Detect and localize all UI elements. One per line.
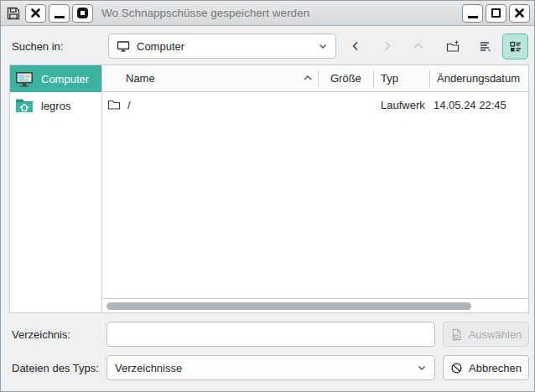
new-folder-icon	[446, 39, 460, 54]
sidebar-item-legros[interactable]: legros	[10, 92, 101, 119]
filetype-combobox-value: Verzeichnisse	[115, 362, 182, 374]
titlebar-maximize-button[interactable]	[486, 4, 506, 23]
directory-input[interactable]	[106, 322, 435, 347]
sidebar-item-label: legros	[41, 100, 70, 112]
titlebar-close-button[interactable]	[509, 4, 530, 23]
titlebar-shade-button[interactable]	[72, 4, 93, 23]
titlebar-close-left-button[interactable]	[25, 4, 46, 23]
forward-button[interactable]	[379, 38, 396, 54]
file-list-header: Name Größe Typ Änderungsdatum	[103, 65, 528, 92]
column-header-name[interactable]: Name	[126, 72, 155, 85]
maximize-icon	[491, 8, 501, 18]
close-icon	[514, 8, 525, 18]
choose-button[interactable]: Auswählen	[443, 322, 529, 347]
computer-monitor-icon	[117, 39, 130, 53]
file-name: /	[127, 99, 131, 111]
sort-ascending-icon[interactable]	[303, 74, 313, 82]
dialog-main-panel: Computer legros Name	[9, 64, 529, 313]
chevron-left-icon	[350, 40, 361, 52]
folder-icon	[107, 98, 121, 111]
titlebar[interactable]: Wo Schnappschüsse gespeichert werden	[1, 1, 534, 26]
detail-view-button[interactable]	[502, 34, 528, 59]
look-in-label: Suchen in:	[12, 40, 63, 53]
minimize-icon	[468, 16, 478, 18]
chevron-down-icon	[417, 363, 427, 373]
window-title: Wo Schnappschüsse gespeichert werden	[101, 7, 460, 19]
list-view-icon	[479, 39, 492, 53]
document-select-icon	[450, 328, 463, 341]
chevron-down-icon	[318, 41, 328, 51]
choose-button-label: Auswählen	[469, 328, 522, 341]
cancel-button-label: Abbrechen	[469, 362, 522, 374]
titlebar-minimize-left-button[interactable]	[49, 4, 70, 23]
floppy-disk-icon	[6, 6, 21, 21]
titlebar-minimize-button[interactable]	[462, 4, 483, 23]
column-header-type[interactable]: Typ	[381, 72, 398, 85]
sidebar-item-label: Computer	[41, 73, 89, 85]
file-type: Laufwerk	[381, 99, 425, 111]
column-divider	[429, 70, 430, 87]
chevron-up-icon	[413, 40, 424, 52]
places-sidebar: Computer legros	[10, 65, 102, 312]
chevron-right-icon	[382, 40, 393, 52]
sidebar-item-computer[interactable]: Computer	[10, 65, 101, 92]
horizontal-scrollbar[interactable]	[103, 298, 528, 312]
column-divider	[318, 70, 319, 87]
minimize-icon	[55, 16, 65, 18]
column-header-modified[interactable]: Änderungsdatum	[437, 72, 520, 85]
column-header-size[interactable]: Größe	[330, 72, 361, 85]
new-folder-button[interactable]	[444, 38, 461, 54]
filetype-label: Dateien des Typs:	[12, 362, 99, 374]
parent-directory-button[interactable]	[410, 38, 427, 54]
detail-view-icon	[509, 40, 522, 54]
back-button[interactable]	[347, 38, 364, 54]
file-list: Name Größe Typ Änderungsdatum	[103, 65, 528, 312]
cancel-slash-icon	[450, 362, 463, 374]
close-icon	[30, 8, 41, 18]
file-dialog-window: Wo Schnappschüsse gespeichert werden Suc…	[0, 0, 535, 392]
location-combobox[interactable]: Computer	[108, 34, 336, 59]
directory-label: Verzeichnis:	[12, 328, 70, 341]
computer-display-icon	[14, 69, 34, 89]
column-divider	[373, 70, 374, 87]
list-view-button[interactable]	[477, 38, 494, 54]
file-modified: 14.05.24 22:45	[434, 99, 506, 111]
home-folder-icon	[14, 95, 34, 116]
filetype-combobox[interactable]: Verzeichnisse	[106, 355, 435, 380]
cancel-button[interactable]: Abbrechen	[443, 355, 529, 380]
location-combobox-value: Computer	[137, 40, 184, 53]
shade-maximize-icon	[77, 8, 88, 18]
file-row-root[interactable]: / Laufwerk 14.05.24 22:45	[103, 92, 528, 117]
scrollbar-thumb[interactable]	[106, 302, 471, 310]
